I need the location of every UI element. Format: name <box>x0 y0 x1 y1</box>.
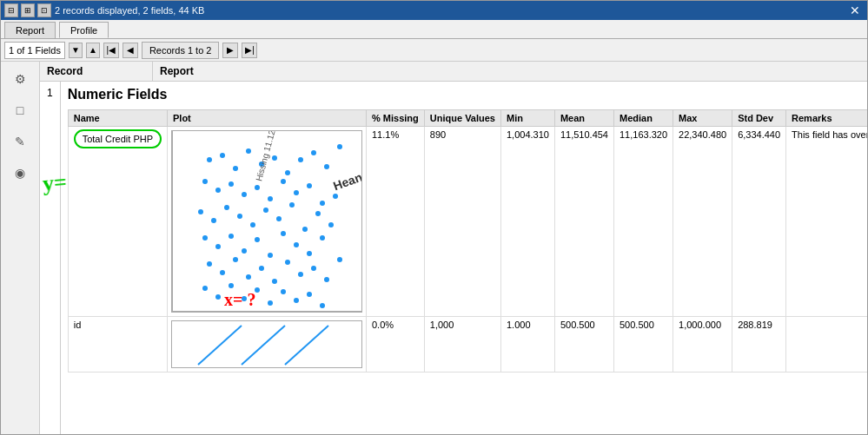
svg-line-0 <box>198 326 242 365</box>
dot <box>320 303 325 308</box>
dot <box>224 205 229 210</box>
th-max: Max <box>673 110 732 127</box>
records-display: Records 1 to 2 <box>142 42 220 59</box>
row1-unique: 890 <box>424 127 500 317</box>
nav-first[interactable]: |◀ <box>103 43 119 58</box>
id-plot-svg <box>172 321 362 368</box>
th-min: Min <box>501 110 555 127</box>
dot <box>268 300 273 306</box>
sidebar-icon-4[interactable]: ◉ <box>6 159 34 187</box>
row1-mean: 11,510.454 <box>554 127 613 317</box>
tab-report[interactable]: Report <box>4 22 56 38</box>
dot <box>202 179 208 184</box>
dot <box>333 194 338 199</box>
dot <box>268 253 273 258</box>
dot <box>281 179 286 184</box>
table-area: 1 Numeric Fields Name Plot % Missing Uni… <box>40 82 867 434</box>
dot <box>307 292 312 297</box>
name-highlighted: Total Credit PHP <box>74 129 162 148</box>
th-mean: Mean <box>554 110 613 127</box>
column-headers: Record Report <box>40 62 867 82</box>
dot <box>324 277 329 282</box>
dot <box>202 286 208 291</box>
dot <box>307 251 312 256</box>
dot <box>242 248 247 254</box>
dot <box>215 244 221 249</box>
dot <box>268 196 273 201</box>
dot <box>311 266 316 271</box>
sort-arrow[interactable]: ▲ <box>86 43 100 58</box>
dot <box>294 242 299 247</box>
dot <box>207 261 212 267</box>
dot <box>220 270 225 275</box>
th-unique: Unique Values <box>424 110 500 127</box>
row1-pct-missing: 11.1% <box>367 127 425 317</box>
dot <box>207 157 212 162</box>
fields-dropdown[interactable]: 1 of 1 Fields <box>4 42 65 59</box>
col-header-record: Record <box>40 62 153 81</box>
sidebar-icon-1[interactable]: ⚙ <box>6 65 34 93</box>
scatter-plot-2 <box>171 320 362 368</box>
window-icon-3[interactable]: ⊡ <box>37 3 51 17</box>
dot <box>320 201 325 206</box>
dot <box>285 260 290 265</box>
th-name: Name <box>68 110 167 127</box>
dot <box>281 231 286 236</box>
dot <box>285 170 290 175</box>
dot <box>294 190 299 195</box>
content-area: ⚙ □ ✎ ◉ y= Record Report 1 Numeric Field… <box>1 62 867 434</box>
annotation-y-equals: y= <box>42 169 68 197</box>
tab-profile[interactable]: Profile <box>59 22 109 38</box>
th-remarks: Remarks <box>786 110 867 127</box>
dot <box>337 257 342 262</box>
dot <box>298 272 303 277</box>
nav-prev[interactable]: ◀ <box>123 43 138 58</box>
row2-median: 500.500 <box>614 317 673 372</box>
scatter-plot-1: Hissing 11.122 Hean <box>171 130 362 313</box>
data-table: Name Plot % Missing Unique Values Min Me… <box>68 109 867 372</box>
toolbar: 1 of 1 Fields ▼ ▲ |◀ ◀ Records 1 to 2 ▶ … <box>1 39 867 62</box>
dot <box>211 218 216 223</box>
dot <box>242 192 247 197</box>
th-stddev: Std Dev <box>732 110 786 127</box>
dot <box>324 164 329 169</box>
sidebar-icon-3[interactable]: ✎ <box>6 128 34 155</box>
row1-min: 1,004.310 <box>501 127 555 317</box>
dropdown-arrow[interactable]: ▼ <box>69 43 83 58</box>
dot <box>302 227 308 232</box>
row1-median: 11,163.320 <box>614 127 673 317</box>
row1-stddev: 6,334.440 <box>732 127 786 317</box>
svg-line-1 <box>242 326 285 365</box>
row1-remarks: This field has over 10% missing values. … <box>786 127 867 317</box>
dot <box>255 185 260 190</box>
table-row: Total Credit PHP Hissing 11.122 <box>68 127 867 317</box>
table-header-row: Name Plot % Missing Unique Values Min Me… <box>68 110 867 127</box>
dot <box>233 257 238 262</box>
annotation-x-equals: x= ? <box>224 290 255 310</box>
fields-label: 1 of 1 Fields <box>9 45 61 56</box>
nav-last[interactable]: ▶| <box>242 43 257 58</box>
row2-name: id <box>68 317 167 372</box>
window-icon-2[interactable]: ⊞ <box>21 3 35 17</box>
dot <box>259 266 264 271</box>
th-plot: Plot <box>168 110 367 127</box>
dot <box>229 234 234 239</box>
dot <box>311 150 316 155</box>
dot <box>263 208 268 213</box>
close-button[interactable]: ✕ <box>846 3 864 17</box>
row1-plot: Hissing 11.122 Hean <box>168 127 367 317</box>
dot <box>246 274 251 280</box>
nav-next[interactable]: ▶ <box>222 43 238 58</box>
row1-max: 22,340.480 <box>673 127 732 317</box>
left-sidebar: ⚙ □ ✎ ◉ <box>1 62 40 434</box>
dot <box>320 235 325 241</box>
dot <box>337 144 342 149</box>
sidebar-icon-2[interactable]: □ <box>6 96 34 124</box>
dot <box>229 181 234 187</box>
title-bar: ⊟ ⊞ ⊡ 2 records displayed, 2 fields, 44 … <box>1 1 867 20</box>
window-icon-1[interactable]: ⊟ <box>4 3 18 17</box>
main-content: Record Report 1 Numeric Fields Name Plot <box>40 62 867 434</box>
dot <box>281 289 286 294</box>
th-median: Median <box>614 110 673 127</box>
dot <box>272 155 277 161</box>
